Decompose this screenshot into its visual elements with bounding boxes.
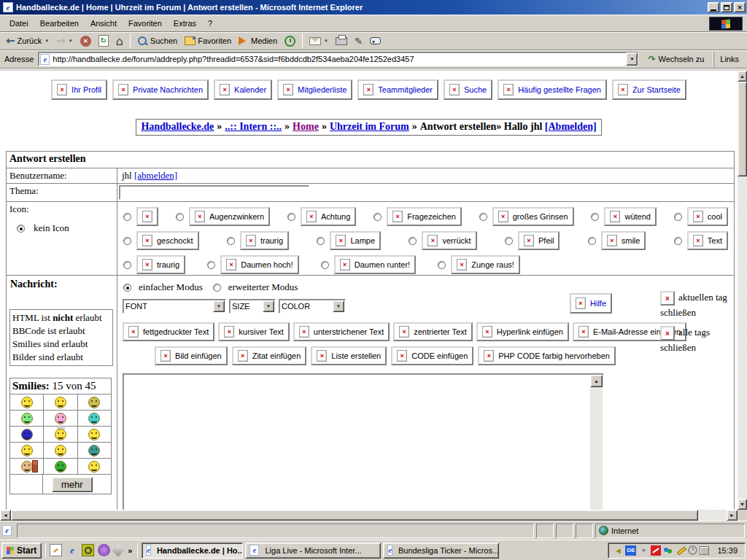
smiley-cool[interactable] [10, 427, 44, 442]
icon-option[interactable]: ×wütend [591, 207, 656, 226]
close-all-tags-button[interactable]: ×alle tags schließen [660, 325, 736, 354]
textarea-scrollbar[interactable]: ▲ [590, 375, 603, 510]
icon-option[interactable]: ×Pfeil [505, 231, 560, 250]
icon-radio[interactable] [207, 261, 215, 269]
nav-faq[interactable]: ×Häufig gestellte Fragen [498, 79, 607, 100]
favorites-button[interactable]: Favoriten [182, 33, 234, 49]
home-button[interactable]: ⌂ [113, 33, 126, 49]
icon-radio[interactable] [123, 213, 131, 221]
restore-button[interactable] [721, 2, 732, 12]
icon-radio[interactable] [409, 237, 417, 245]
icon-option[interactable]: ×cool [674, 207, 728, 226]
icon-option[interactable]: ×geschockt [123, 231, 199, 250]
abmelden-link[interactable]: [Abmelden] [545, 121, 597, 132]
menu-hilfe[interactable]: ? [203, 17, 217, 30]
quote-button[interactable]: ×Zitat einfügen [232, 346, 307, 365]
icon-radio[interactable] [374, 213, 382, 221]
mail-button[interactable]: ▼ [306, 33, 331, 49]
address-url[interactable]: http://handballecke.de/forum/addreply.ph… [53, 55, 626, 63]
dropdown-icon[interactable]: ▼ [213, 300, 225, 312]
mail-dropdown-icon[interactable]: ▼ [324, 39, 328, 43]
icon-radio[interactable] [674, 213, 682, 221]
icon-radio[interactable] [287, 213, 295, 221]
extended-mode-radio[interactable] [213, 284, 221, 292]
scheduler-tray-icon[interactable] [688, 545, 697, 555]
page-vertical-scrollbar[interactable]: ▲ ▼ [738, 71, 747, 510]
menu-ansicht[interactable]: Ansicht [85, 17, 122, 30]
image-button[interactable]: ×Bild einfügen [155, 346, 228, 365]
underline-button[interactable]: ×unterstrichener Text [293, 322, 390, 341]
app-icon[interactable] [112, 544, 125, 556]
bold-button[interactable]: ×fettgedruckter Text [123, 322, 214, 341]
forward-dropdown-icon[interactable]: ▼ [69, 39, 73, 43]
icon-option[interactable]: ×verrückt [409, 231, 476, 250]
icon-radio[interactable] [317, 237, 325, 245]
page-horizontal-scrollbar[interactable]: ◄ ► [0, 510, 738, 521]
smiley-tongue-wave[interactable] [10, 443, 44, 458]
keyboard-language-indicator[interactable]: DE [625, 545, 636, 556]
back-button[interactable]: ← Zurück ▼ [3, 33, 52, 49]
messenger-icon[interactable] [663, 545, 673, 556]
media-button[interactable]: Medien [236, 33, 280, 49]
smiley-frown[interactable] [44, 394, 77, 410]
no-icon-radio[interactable] [17, 225, 25, 233]
crumb-home[interactable]: Home [293, 121, 319, 132]
mouse-utility-icon[interactable]: ⌖ [638, 545, 649, 556]
icon-radio[interactable] [227, 237, 235, 245]
php-code-button[interactable]: ×PHP CODE farbig hervorheben [478, 346, 616, 365]
simple-mode-radio[interactable] [123, 284, 131, 292]
minimize-button[interactable] [708, 2, 719, 12]
go-button[interactable]: ↷ Wechseln zu [642, 52, 710, 67]
nav-kalender[interactable]: ×Kalender [214, 79, 272, 100]
nav-mitgliederliste[interactable]: ×Mitgliederliste [277, 79, 352, 100]
smiley-oldtimer[interactable] [78, 394, 111, 410]
code-button[interactable]: ×CODE einfügen [391, 346, 473, 365]
smiley-fish-slap[interactable] [78, 443, 111, 458]
icon-radio[interactable] [176, 213, 184, 221]
media-app-icon[interactable] [98, 544, 110, 556]
icon-radio[interactable] [591, 213, 599, 221]
icon-option[interactable]: ×Text [674, 231, 728, 250]
smiley-cheeky[interactable] [78, 427, 111, 442]
smiley-laugh[interactable] [78, 411, 111, 426]
menu-extras[interactable]: Extras [169, 17, 201, 30]
menu-favoriten[interactable]: Favoriten [123, 17, 167, 30]
utility-icon[interactable] [676, 545, 686, 556]
icon-option[interactable]: ×traurig [227, 231, 289, 250]
menu-datei[interactable]: Datei [4, 17, 34, 30]
clock[interactable]: 15:39 [711, 546, 740, 555]
center-button[interactable]: ×zentrierter Text [393, 322, 473, 341]
nav-teammitglieder[interactable]: ×Teammitglieder [357, 79, 438, 100]
scrollbar-thumb[interactable] [738, 82, 747, 176]
italic-button[interactable]: ×kursiver Text [218, 322, 290, 341]
links-bar[interactable]: Links [713, 52, 745, 67]
crumb-uhrzeit[interactable]: Uhrzeit im Forum [330, 121, 409, 132]
task-handballecke[interactable]: e Handballecke.de | Ho... [142, 542, 243, 559]
icon-radio[interactable] [123, 237, 131, 245]
icon-option[interactable]: ×Zunge raus! [438, 255, 520, 274]
smiley-confused[interactable]: ??? [44, 427, 77, 442]
antivirus-icon[interactable] [651, 545, 661, 556]
menu-bearbeiten[interactable]: Bearbeiten [35, 17, 84, 30]
task-bundesliga-ticker[interactable]: e Bundesliga Ticker - Micros... [383, 542, 499, 559]
scroll-right-icon[interactable]: ► [727, 510, 738, 521]
task-liga-live[interactable]: e Liga Live - Microsoft Inter... [245, 542, 381, 559]
stop-button[interactable]: × [77, 33, 94, 49]
font-select[interactable]: FONT▼ [123, 299, 226, 314]
smiley-biggrin[interactable] [10, 411, 44, 426]
icon-radio[interactable] [123, 261, 131, 269]
icon-radio[interactable] [479, 213, 487, 221]
search-button[interactable]: Suchen [134, 33, 180, 49]
icon-option[interactable]: × [123, 207, 158, 226]
icon-option[interactable]: ×Daumen runter! [321, 255, 416, 274]
icon-radio[interactable] [438, 261, 446, 269]
smiley-scream[interactable] [44, 459, 77, 474]
smiley-wry[interactable] [78, 459, 111, 474]
icon-option[interactable]: ×smile [588, 231, 646, 250]
scheduler-app-icon[interactable] [82, 544, 94, 556]
icon-option[interactable]: ×Achtung [287, 207, 356, 226]
icon-option[interactable]: ×traurig [123, 255, 185, 274]
start-button[interactable]: Start [1, 542, 42, 559]
internet-explorer-icon[interactable]: e [66, 544, 78, 556]
abmelden-inline-link[interactable]: [abmelden] [134, 170, 177, 181]
